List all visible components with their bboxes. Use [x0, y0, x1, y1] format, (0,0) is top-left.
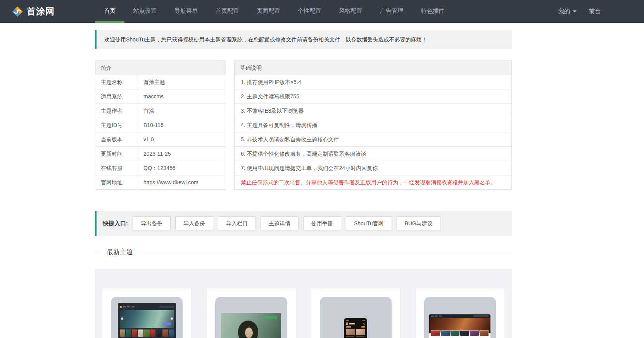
my-dropdown[interactable]: 我的: [558, 8, 577, 15]
divider-line: [95, 252, 102, 252]
latest-themes-heading: 最新主题: [95, 247, 512, 256]
theme-preview-dark-movie-site: [118, 303, 176, 338]
nav-item-nav-menu[interactable]: 导航菜单: [166, 0, 207, 23]
nav-item-page-config[interactable]: 页面配置: [248, 0, 289, 23]
table-row: 主题名称 首涂主题: [95, 75, 226, 89]
theme-preview-mobile-app: [344, 318, 367, 338]
frontend-link[interactable]: 前台: [589, 8, 601, 15]
theme-card[interactable]: [311, 288, 401, 338]
nav-item-personal-config[interactable]: 个性配置: [289, 0, 330, 23]
import-backup-button[interactable]: 导入备份: [175, 216, 213, 230]
row-value: B10-116: [138, 118, 164, 132]
note-row: 5. 非技术人员请勿私自修改主题核心文件: [235, 132, 511, 147]
row-value: 首涂: [138, 104, 154, 118]
note-row: 4. 主题具备可复制性，请勿传播: [235, 118, 511, 132]
logo-text: 首涂网: [27, 5, 55, 17]
row-value: 首涂主题: [138, 75, 165, 89]
row-label: 官网地址: [95, 175, 138, 189]
nav-item-ad-management[interactable]: 广告管理: [371, 0, 412, 23]
latest-themes-panel: 直播模板 ▶ ◁: [95, 269, 512, 338]
divider-line: [138, 252, 512, 252]
table-row: 主题作者 首涂: [95, 104, 226, 118]
theme-thumbnail-frame: [424, 297, 496, 338]
note-row: 6. 不提供个性化修改服务，高端定制请联系客服洽谈: [235, 147, 511, 161]
logo[interactable]: 首涂网: [0, 0, 95, 23]
theme-preview-video-player: 直播模板 ▶ ◁: [221, 313, 281, 338]
my-dropdown-label: 我的: [558, 8, 570, 15]
notes-table-title: 基础说明: [235, 61, 511, 75]
logo-icon: [12, 6, 23, 17]
row-label: 适用系统: [95, 89, 138, 103]
chevron-down-icon: [573, 10, 577, 12]
navbar-right: 我的 前台: [558, 0, 644, 23]
row-value: https://www.dkewl.com: [138, 175, 199, 189]
row-label: 当前版本: [95, 132, 138, 146]
row-value: 2023-11-25: [138, 147, 171, 161]
note-row: 2. 主题文件读写权限755: [235, 89, 511, 104]
nav-item-home-config[interactable]: 首页配置: [207, 0, 248, 23]
theme-card[interactable]: [102, 288, 192, 338]
row-label: 主题作者: [95, 104, 138, 118]
theme-thumbnail-frame: [320, 297, 392, 338]
table-row: 官网地址 https://www.dkewl.com: [95, 175, 226, 189]
welcome-banner: 欢迎使用ShouTu主题，您已获得授权使用本主题管理系统，在您配置或修改文件前请…: [95, 30, 512, 49]
row-value: maccms: [138, 89, 164, 103]
row-value: v1.0: [138, 132, 154, 146]
player-badge: 直播模板: [264, 316, 278, 320]
welcome-banner-text: 欢迎使用ShouTu主题，您已获得授权使用本主题管理系统，在您配置或修改文件前请…: [104, 36, 427, 43]
info-tables-row: 简介 主题名称 首涂主题 适用系统 maccms 主题作者 首涂 主题ID号 B…: [95, 60, 512, 190]
theme-thumbnail-frame: 直播模板 ▶ ◁: [215, 297, 287, 338]
nav-item-home[interactable]: 首页: [95, 0, 124, 23]
row-label: 主题名称: [95, 75, 138, 89]
row-label: 主题ID号: [95, 118, 138, 132]
note-row: 7. 使用中出现问题请提交工单，我们会在24小时内回复你: [235, 161, 511, 175]
theme-details-button[interactable]: 主题详情: [261, 216, 299, 230]
import-columns-button[interactable]: 导入栏目: [218, 216, 256, 230]
row-label: 在线客服: [95, 161, 138, 175]
export-backup-button[interactable]: 导出备份: [133, 216, 171, 230]
table-row: 更新时间 2023-11-25: [95, 147, 226, 161]
notes-table: 基础说明 1. 推荐使用PHP版本≥5.4 2. 主题文件读写权限755 3. …: [234, 60, 512, 190]
intro-table-title: 简介: [95, 61, 226, 75]
nav-item-site-settings[interactable]: 站点设置: [124, 0, 166, 23]
row-label: 更新时间: [95, 147, 138, 161]
nav-item-style-config[interactable]: 风格配置: [330, 0, 371, 23]
theme-card[interactable]: [415, 288, 505, 338]
user-manual-button[interactable]: 使用手册: [303, 216, 341, 230]
table-row: 当前版本 v1.0: [95, 132, 226, 147]
quick-entry-label: 快捷入口:: [103, 220, 128, 227]
main-menu: 首页 站点设置 导航菜单 首页配置 页面配置 个性配置 风格配置 广告管理 特色…: [95, 0, 453, 23]
nav-item-featured-plugins[interactable]: 特色插件: [412, 0, 453, 23]
theme-card[interactable]: 直播模板 ▶ ◁: [206, 288, 296, 338]
table-row: 在线客服 QQ：123456: [95, 161, 226, 175]
intro-table: 简介 主题名称 首涂主题 适用系统 maccms 主题作者 首涂 主题ID号 B…: [95, 60, 226, 190]
bug-suggestion-button[interactable]: BUG与建议: [397, 216, 441, 230]
official-site-button[interactable]: ShouTu官网: [346, 216, 392, 230]
table-row: 适用系统 maccms: [95, 89, 226, 104]
table-row: 主题ID号 B10-116: [95, 118, 226, 132]
theme-thumbnail-frame: [111, 297, 183, 338]
section-title: 最新主题: [107, 247, 133, 256]
top-navbar: 首涂网 首页 站点设置 导航菜单 首页配置 页面配置 个性配置 风格配置 广告管…: [0, 0, 644, 23]
note-row: 3. 不兼容IE8及以下浏览器: [235, 104, 511, 118]
note-row: 1. 推荐使用PHP版本≥5.4: [235, 75, 511, 89]
license-warning: 禁止任何形式的二次出售、分享他人等侵害作者及正版用户的行为，一经发现取消授权资格…: [235, 175, 511, 189]
content-container: 欢迎使用ShouTu主题，您已获得授权使用本主题管理系统，在您配置或修改文件前请…: [95, 30, 512, 338]
quick-entry-bar: 快捷入口: 导出备份 导入备份 导入栏目 主题详情 使用手册 ShouTu官网 …: [95, 211, 512, 236]
theme-preview-fantasy-desktop: [429, 314, 490, 338]
row-value: QQ：123456: [138, 161, 176, 175]
